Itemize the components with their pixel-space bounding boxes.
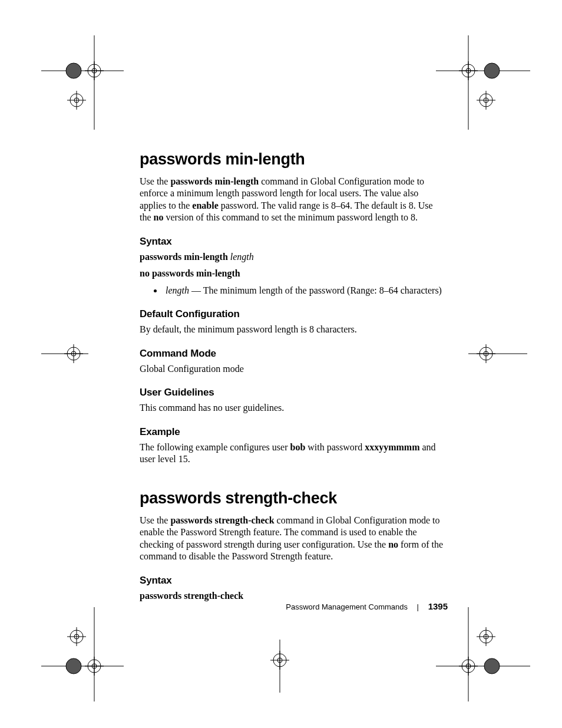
syntax-cmd: no passwords min-length	[140, 268, 240, 278]
heading-passwords-min-length: passwords min-length	[140, 150, 446, 169]
bold-text: passwords strength-check	[170, 515, 274, 525]
example-heading: Example	[140, 426, 446, 438]
user-guidelines-text: This command has no user guidelines.	[140, 402, 446, 414]
bold-text: passwords min-length	[170, 176, 259, 186]
bold-text: bob	[290, 442, 305, 452]
list-item: length — The minimum length of the passw…	[163, 285, 446, 297]
registration-mark-icon	[436, 35, 530, 130]
syntax-line: passwords min-length length	[140, 251, 446, 263]
syntax-cmd: passwords min-length	[140, 252, 228, 262]
footer-section-name: Password Management Commands	[286, 602, 408, 611]
bold-text: no	[154, 212, 164, 222]
registration-mark-icon	[41, 336, 88, 371]
registration-mark-icon	[41, 607, 124, 701]
registration-mark-icon	[259, 640, 300, 693]
command-mode-heading: Command Mode	[140, 348, 446, 360]
page-content: passwords min-length Use the passwords m…	[140, 150, 446, 607]
footer-separator: |	[410, 602, 426, 611]
intro-paragraph: Use the passwords min-length command in …	[140, 176, 446, 224]
command-mode-text: Global Configuration mode	[140, 363, 446, 375]
default-configuration-heading: Default Configuration	[140, 308, 446, 320]
syntax-heading: Syntax	[140, 575, 446, 587]
text: with password	[305, 442, 365, 452]
bold-text: enable	[192, 200, 218, 210]
text: version of this command to set the minim…	[163, 212, 418, 222]
arg-name: length	[166, 285, 189, 295]
text: Use the	[140, 176, 170, 186]
bold-text: xxxyymmmm	[365, 442, 419, 452]
heading-passwords-strength-check: passwords strength-check	[140, 489, 446, 508]
intro-paragraph: Use the passwords strength-check command…	[140, 515, 446, 563]
text: Use the	[140, 515, 170, 525]
syntax-cmd: passwords strength-check	[140, 591, 243, 601]
example-text: The following example configures user bo…	[140, 442, 446, 466]
bold-text: no	[388, 539, 398, 549]
registration-mark-icon	[436, 607, 530, 701]
syntax-heading: Syntax	[140, 236, 446, 248]
text: The following example configures user	[140, 442, 290, 452]
syntax-arg: length	[230, 252, 254, 262]
syntax-bullet-list: length — The minimum length of the passw…	[140, 285, 446, 297]
syntax-line: passwords strength-check	[140, 590, 446, 602]
registration-mark-icon	[468, 336, 527, 371]
text: — The minimum length of the password (Ra…	[189, 285, 442, 295]
registration-mark-icon	[41, 35, 124, 130]
user-guidelines-heading: User Guidelines	[140, 387, 446, 398]
syntax-line: no passwords min-length	[140, 268, 446, 279]
default-configuration-text: By default, the minimum password length …	[140, 324, 446, 335]
